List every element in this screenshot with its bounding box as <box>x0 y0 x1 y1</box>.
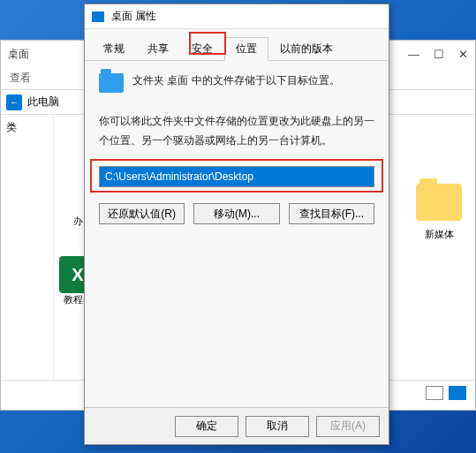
folder-icon: 办 <box>73 215 83 228</box>
find-target-button[interactable]: 查找目标(F)... <box>289 203 374 224</box>
tab-location[interactable]: 位置 <box>224 37 268 61</box>
dialog-title: 桌面 属性 <box>111 9 156 24</box>
tab-general[interactable]: 常规 <box>92 37 136 61</box>
tab-security[interactable]: 安全 <box>180 37 224 61</box>
dialog-titlebar: 桌面 属性 <box>85 4 389 29</box>
close-icon[interactable]: ✕ <box>458 48 468 61</box>
view-details-icon[interactable] <box>426 386 443 400</box>
explorer-title: 桌面 <box>8 47 29 62</box>
sidebar-label: 类 <box>6 121 17 133</box>
folder-icon <box>416 184 462 221</box>
explorer-sidebar: 类 <box>1 115 54 380</box>
cancel-button[interactable]: 取消 <box>246 416 309 437</box>
maximize-icon[interactable]: ☐ <box>434 48 444 61</box>
move-button[interactable]: 移动(M)... <box>193 203 279 224</box>
dialog-body: 文件夹 桌面 中的文件存储于以下目标位置。 你可以将此文件夹中文件存储的位置更改… <box>85 61 389 237</box>
path-input[interactable] <box>99 166 374 187</box>
dialog-icon <box>92 11 104 22</box>
location-heading: 文件夹 桌面 中的文件存储于以下目标位置。 <box>132 73 340 88</box>
minimize-icon[interactable]: — <box>408 48 419 61</box>
dialog-footer: 确定 取消 应用(A) <box>85 407 389 444</box>
properties-dialog: 桌面 属性 常规 共享 安全 位置 以前的版本 文件夹 桌面 中的文件存储于以下… <box>84 4 389 445</box>
location-description: 你可以将此文件夹中文件存储的位置更改为此硬盘上的另一个位置、另一个驱动器或网络上… <box>99 112 374 150</box>
restore-default-button[interactable]: 还原默认值(R) <box>99 203 185 224</box>
toolbar-view[interactable]: 查看 <box>10 71 31 86</box>
nav-back-icon[interactable]: ← <box>6 94 22 110</box>
item-label: 新媒体 <box>425 228 454 241</box>
list-item[interactable]: 新媒体 <box>412 184 466 241</box>
view-large-icon[interactable] <box>449 386 466 400</box>
ok-button[interactable]: 确定 <box>175 416 238 437</box>
tab-previous[interactable]: 以前的版本 <box>268 37 344 61</box>
apply-button[interactable]: 应用(A) <box>316 416 380 437</box>
dialog-tabs: 常规 共享 安全 位置 以前的版本 <box>85 29 389 61</box>
folder-icon <box>99 73 124 93</box>
tab-sharing[interactable]: 共享 <box>136 37 180 61</box>
breadcrumb[interactable]: 此电脑 <box>27 94 59 109</box>
